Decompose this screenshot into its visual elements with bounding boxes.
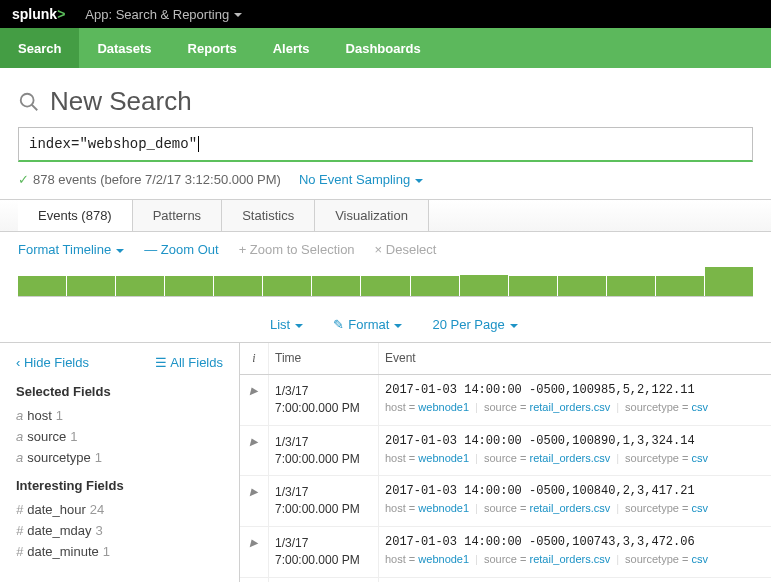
result-tab[interactable]: Visualization (315, 200, 429, 231)
timeline-bar[interactable] (460, 275, 508, 297)
event-row: ▶1/3/177:00:00.000 PM2017-01-03 14:00:00… (240, 476, 771, 527)
result-tab[interactable]: Patterns (133, 200, 222, 231)
all-fields-button[interactable]: ☰ All Fields (155, 355, 223, 370)
timeline-bar[interactable] (656, 276, 704, 296)
field-item-host[interactable]: ahost1 (16, 405, 223, 426)
field-item-date_minute[interactable]: #date_minute1 (16, 541, 223, 562)
event-time: 1/3/177:00:00.000 PM (268, 375, 378, 425)
event-time: 1/3/177:00:00.000 PM (268, 527, 378, 577)
timeline-bar[interactable] (558, 276, 606, 296)
timeline-bar[interactable] (607, 276, 655, 296)
list-dropdown[interactable]: List (270, 317, 303, 332)
chevron-right-icon: ▶ (250, 537, 258, 548)
event-meta: host = webnode1|source = retail_orders.c… (385, 502, 765, 514)
timeline-bar[interactable] (116, 276, 164, 296)
results-toolbar: List ✎Format 20 Per Page (0, 307, 771, 343)
deselect-button: × Deselect (375, 242, 437, 257)
field-item-date_hour[interactable]: #date_hour24 (16, 499, 223, 520)
timeline-bar[interactable] (509, 276, 557, 296)
event-raw: 2017-01-03 14:00:00 -0500,100985,5,2,122… (385, 383, 765, 397)
svg-line-1 (32, 104, 38, 110)
chevron-right-icon: ▶ (250, 486, 258, 497)
selected-fields-heading: Selected Fields (16, 384, 223, 399)
col-info[interactable]: i (240, 343, 268, 374)
event-content: 2017-01-03 14:00:00 -0500,100890,1,3,324… (378, 426, 771, 476)
timeline-bar[interactable] (361, 276, 409, 296)
timeline-bar[interactable] (67, 276, 115, 296)
expand-row-button[interactable]: ▶ (240, 375, 268, 425)
nav-tab-alerts[interactable]: Alerts (255, 28, 328, 68)
event-content: 2017-01-03 14:00:00 -0500,100743,3,3,472… (378, 527, 771, 577)
field-item-date_mday[interactable]: #date_mday3 (16, 520, 223, 541)
nav-tab-dashboards[interactable]: Dashboards (328, 28, 439, 68)
event-content: 2017-01-03 14:00:00 -0500,100840,2,3,417… (378, 476, 771, 526)
status-row: ✓878 events (before 7/2/17 3:12:50.000 P… (0, 172, 771, 199)
event-meta: host = webnode1|source = retail_orders.c… (385, 553, 765, 565)
event-content: 2017-01-03 14:00:00 -0500,100725,2,1,269… (378, 578, 771, 582)
event-count-text: 878 events (before 7/2/17 3:12:50.000 PM… (33, 172, 281, 187)
page-title: New Search (50, 86, 192, 117)
timeline-bar[interactable] (263, 276, 311, 296)
event-meta: host = webnode1|source = retail_orders.c… (385, 401, 765, 413)
fields-pane: ‹ Hide Fields ☰ All Fields Selected Fiel… (0, 343, 240, 582)
timeline-bar[interactable] (165, 276, 213, 296)
format-timeline-dropdown[interactable]: Format Timeline (18, 242, 124, 257)
zoom-out-button[interactable]: — Zoom Out (144, 242, 218, 257)
expand-row-button[interactable]: ▶ (240, 426, 268, 476)
main-nav: SearchDatasetsReportsAlertsDashboards (0, 28, 771, 68)
event-raw: 2017-01-03 14:00:00 -0500,100743,3,3,472… (385, 535, 765, 549)
zoom-to-selection-button: + Zoom to Selection (239, 242, 355, 257)
event-row: ▶1/3/177:00:00.000 PM2017-01-03 14:00:00… (240, 426, 771, 477)
result-tab[interactable]: Events (878) (18, 200, 133, 231)
nav-tab-reports[interactable]: Reports (170, 28, 255, 68)
result-tab[interactable]: Statistics (222, 200, 315, 231)
check-icon: ✓ (18, 172, 29, 187)
nav-tab-datasets[interactable]: Datasets (79, 28, 169, 68)
page-header: New Search index="webshop_demo" (0, 68, 771, 172)
event-time: 1/3/177:00:00.000 PM (268, 426, 378, 476)
timeline-area: Format Timeline — Zoom Out + Zoom to Sel… (0, 232, 771, 307)
event-raw: 2017-01-03 14:00:00 -0500,100840,2,3,417… (385, 484, 765, 498)
nav-tab-search[interactable]: Search (0, 28, 79, 68)
expand-row-button[interactable]: ▶ (240, 578, 268, 582)
sampling-dropdown[interactable]: No Event Sampling (299, 172, 423, 187)
timeline-chart[interactable] (18, 267, 753, 297)
field-item-sourcetype[interactable]: asourcetype1 (16, 447, 223, 468)
chevron-right-icon: ▶ (250, 436, 258, 447)
event-meta: host = webnode1|source = retail_orders.c… (385, 452, 765, 464)
content-split: ‹ Hide Fields ☰ All Fields Selected Fiel… (0, 343, 771, 582)
top-bar: splunk> App: Search & Reporting (0, 0, 771, 28)
events-header-row: i Time Event (240, 343, 771, 375)
field-item-source[interactable]: asource1 (16, 426, 223, 447)
timeline-bar[interactable] (411, 276, 459, 296)
event-row: ▶1/3/177:00:00.000 PM2017-01-03 14:00:00… (240, 578, 771, 582)
interesting-fields-heading: Interesting Fields (16, 478, 223, 493)
events-pane: i Time Event ▶1/3/177:00:00.000 PM2017-0… (240, 343, 771, 582)
timeline-bar[interactable] (18, 276, 66, 296)
format-dropdown[interactable]: ✎Format (333, 317, 402, 332)
logo[interactable]: splunk> (12, 6, 65, 22)
col-time[interactable]: Time (268, 343, 378, 374)
event-content: 2017-01-03 14:00:00 -0500,100985,5,2,122… (378, 375, 771, 425)
result-tabs: Events (878)PatternsStatisticsVisualizat… (0, 199, 771, 232)
timeline-bar[interactable] (705, 267, 753, 296)
search-icon (18, 91, 40, 113)
timeline-bar[interactable] (312, 276, 360, 296)
event-row: ▶1/3/177:00:00.000 PM2017-01-03 14:00:00… (240, 527, 771, 578)
search-input[interactable]: index="webshop_demo" (18, 127, 753, 162)
event-row: ▶1/3/177:00:00.000 PM2017-01-03 14:00:00… (240, 375, 771, 426)
col-event: Event (378, 343, 771, 374)
per-page-dropdown[interactable]: 20 Per Page (432, 317, 517, 332)
event-time: 1/3/177:00:00.000 PM (268, 476, 378, 526)
expand-row-button[interactable]: ▶ (240, 527, 268, 577)
event-time: 1/3/177:00:00.000 PM (268, 578, 378, 582)
timeline-bar[interactable] (214, 276, 262, 296)
chevron-right-icon: ▶ (250, 385, 258, 396)
expand-row-button[interactable]: ▶ (240, 476, 268, 526)
event-raw: 2017-01-03 14:00:00 -0500,100890,1,3,324… (385, 434, 765, 448)
svg-point-0 (21, 93, 34, 106)
hide-fields-button[interactable]: ‹ Hide Fields (16, 355, 89, 370)
app-switcher[interactable]: App: Search & Reporting (85, 7, 242, 22)
